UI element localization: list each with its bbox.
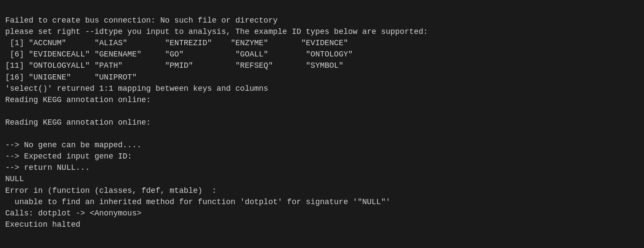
terminal-line: Calls: dotplot -> <Anonymous> <box>5 208 639 219</box>
terminal-line: Execution halted <box>5 219 639 230</box>
terminal-line: Failed to create bus connection: No such… <box>5 15 639 26</box>
terminal-line: --> return NULL... <box>5 162 639 173</box>
terminal-line: --> No gene can be mapped.... <box>5 139 639 151</box>
terminal-line: [6] "EVIDENCEALL" "GENENAME" "GO" "GOALL… <box>5 49 639 60</box>
terminal-line: [11] "ONTOLOGYALL" "PATH" "PMID" "REFSEQ… <box>5 60 639 71</box>
terminal-line: please set right --idtype you input to a… <box>5 26 639 37</box>
terminal-line: NULL <box>5 173 639 185</box>
terminal-line <box>5 106 639 117</box>
terminal-line: Reading KEGG annotation online: <box>5 117 639 128</box>
terminal-line: [1] "ACCNUM" "ALIAS" "ENTREZID" "ENZYME"… <box>5 37 639 49</box>
terminal-line: Reading KEGG annotation online: <box>5 94 639 106</box>
terminal-output: Failed to create bus connection: No such… <box>5 3 639 230</box>
terminal-line: Error in (function (classes, fdef, mtabl… <box>5 185 639 196</box>
terminal-line: 'select()' returned 1:1 mapping between … <box>5 83 639 94</box>
terminal-line: --> Expected input gene ID: <box>5 151 639 162</box>
terminal-line <box>5 128 639 139</box>
terminal-line: [16] "UNIGENE" "UNIPROT" <box>5 72 639 83</box>
terminal-line: unable to find an inherited method for f… <box>5 196 639 208</box>
